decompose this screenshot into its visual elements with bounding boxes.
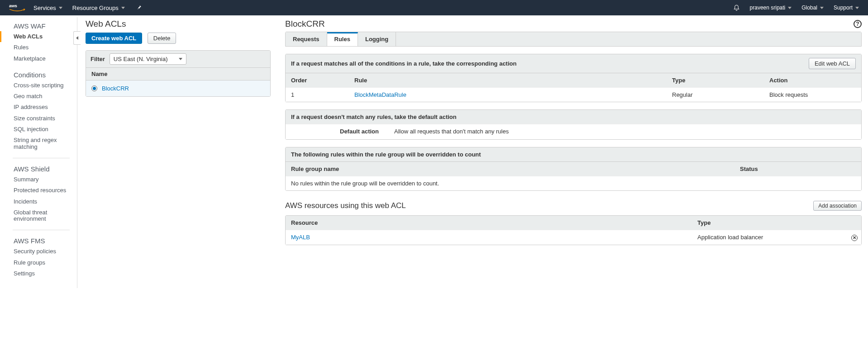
sidebar-item-geo-match[interactable]: Geo match (0, 91, 77, 102)
sidebar-item-web-acls[interactable]: Web ACLs (0, 31, 77, 42)
caret-down-icon (855, 7, 859, 9)
sidebar-heading-shield: AWS Shield (0, 164, 77, 174)
default-bar-text: If a request doesn't match any rules, ta… (291, 114, 856, 120)
sidebar-item-protected[interactable]: Protected resources (0, 185, 77, 196)
aws-logo[interactable]: aws (9, 3, 25, 12)
region-filter-select[interactable]: US East (N. Virginia) (110, 53, 186, 65)
sidebar-heading-waf: AWS WAF (0, 21, 77, 31)
rules-header-row: Order Rule Type Action (286, 73, 861, 87)
default-action-section: If a request doesn't match any rules, ta… (285, 109, 862, 140)
rule-order: 1 (286, 88, 349, 102)
resource-groups-menu[interactable]: Resource Groups (72, 5, 125, 11)
resources-section: Resource Type MyALB Application load bal… (285, 215, 862, 245)
edit-web-acl-button[interactable]: Edit web ACL (809, 58, 856, 69)
radio-selected-icon[interactable] (91, 85, 97, 91)
acl-name-link[interactable]: BlockCRR (102, 85, 129, 92)
sidebar: AWS WAF Web ACLs Rules Marketplace Condi… (0, 15, 77, 288)
tab-requests[interactable]: Requests (286, 32, 327, 46)
services-label: Services (33, 5, 56, 11)
top-navbar: aws Services Resource Groups praveen sri… (0, 0, 868, 15)
override-empty-text: No rules within the rule group will be o… (286, 176, 444, 190)
pin-icon[interactable] (137, 5, 142, 11)
sidebar-item-global-threat[interactable]: Global threat environment (0, 207, 77, 225)
sidebar-item-marketplace[interactable]: Marketplace (0, 53, 77, 64)
sidebar-item-xss[interactable]: Cross-site scripting (0, 80, 77, 91)
divider (13, 230, 70, 230)
notifications-icon[interactable] (733, 5, 740, 11)
col-resource-type: Type (692, 216, 846, 230)
acl-row[interactable]: BlockCRR (86, 81, 270, 96)
tab-rules[interactable]: Rules (327, 32, 358, 46)
resource-link[interactable]: MyALB (291, 234, 310, 241)
sidebar-item-rule-groups[interactable]: Rule groups (0, 257, 77, 268)
resources-heading-row: AWS resources using this web ACL Add ass… (285, 201, 862, 211)
override-bar-text: The following rules within the rule grou… (291, 151, 856, 158)
rules-bar-text: If a request matches all of the conditio… (291, 60, 809, 67)
col-action: Action (764, 73, 861, 87)
sidebar-item-ip[interactable]: IP addresses (0, 102, 77, 113)
rule-name-link[interactable]: BlockMetaDataRule (354, 91, 406, 98)
tabs-filler (396, 32, 861, 46)
override-header-row: Rule group name Status (286, 161, 861, 176)
override-section: The following rules within the rule grou… (285, 147, 862, 191)
remove-association-icon[interactable]: ✕ (851, 235, 858, 241)
sidebar-item-security-policies[interactable]: Security policies (0, 246, 77, 257)
rules-section: If a request matches all of the conditio… (285, 54, 862, 102)
support-label: Support (834, 5, 853, 11)
region-menu[interactable]: Global (801, 5, 824, 11)
support-menu[interactable]: Support (834, 5, 859, 11)
column-header-name: Name (86, 68, 270, 81)
caret-down-icon (179, 58, 182, 60)
divider (13, 158, 70, 158)
default-action-label: Default action (340, 128, 379, 135)
create-web-acl-button[interactable]: Create web ACL (86, 33, 142, 44)
col-type: Type (667, 73, 764, 87)
col-order: Order (286, 73, 349, 87)
add-association-button[interactable]: Add association (813, 201, 862, 211)
filter-bar: Filter US East (N. Virginia) (86, 51, 270, 68)
caret-down-icon (59, 7, 62, 9)
rule-row: 1 BlockMetaDataRule Regular Block reques… (286, 87, 861, 102)
col-status: Status (734, 162, 861, 176)
region-label: Global (801, 5, 817, 11)
sidebar-item-summary[interactable]: Summary (0, 174, 77, 185)
default-action-value: Allow all requests that don't match any … (394, 128, 509, 135)
region-filter-value: US East (N. Virginia) (114, 56, 168, 62)
rule-type: Regular (667, 88, 764, 102)
sidebar-item-sqli[interactable]: SQL injection (0, 124, 77, 135)
acl-list-panel: Filter US East (N. Virginia) Name BlockC… (86, 50, 271, 97)
caret-down-icon (788, 7, 792, 9)
col-rule: Rule (349, 73, 667, 87)
col-rule-group-name: Rule group name (286, 162, 734, 176)
filter-label: Filter (91, 56, 105, 62)
sidebar-item-regex[interactable]: String and regex matching (0, 135, 77, 152)
triangle-left-icon (76, 36, 78, 40)
sidebar-item-size[interactable]: Size constraints (0, 113, 77, 124)
resource-type: Application load balancer (692, 230, 846, 245)
detail-title: BlockCRR (285, 19, 862, 29)
caret-down-icon (820, 7, 824, 9)
resources-header-row: Resource Type (286, 216, 861, 230)
collapse-sidebar-button[interactable] (73, 31, 81, 45)
delete-button[interactable]: Delete (148, 33, 176, 44)
user-menu[interactable]: praveen sripati (750, 5, 792, 11)
svg-text:aws: aws (9, 3, 17, 8)
sidebar-heading-conditions: Conditions (0, 70, 77, 80)
sidebar-item-rules[interactable]: Rules (0, 42, 77, 53)
resource-groups-label: Resource Groups (72, 5, 119, 11)
resource-row: MyALB Application load balancer ✕ (286, 230, 861, 245)
detail-tabs: Requests Rules Logging (285, 32, 862, 47)
caret-down-icon (121, 7, 125, 9)
sidebar-heading-fms: AWS FMS (0, 236, 77, 246)
user-label: praveen sripati (750, 5, 786, 11)
page-title: Web ACLs (86, 19, 271, 29)
rule-action: Block requests (764, 88, 861, 102)
resources-heading: AWS resources using this web ACL (285, 201, 406, 210)
sidebar-item-incidents[interactable]: Incidents (0, 196, 77, 207)
help-icon[interactable]: ? (854, 20, 862, 28)
sidebar-item-settings[interactable]: Settings (0, 268, 77, 279)
col-resource: Resource (286, 216, 692, 230)
services-menu[interactable]: Services (33, 5, 62, 11)
tab-logging[interactable]: Logging (358, 32, 396, 46)
